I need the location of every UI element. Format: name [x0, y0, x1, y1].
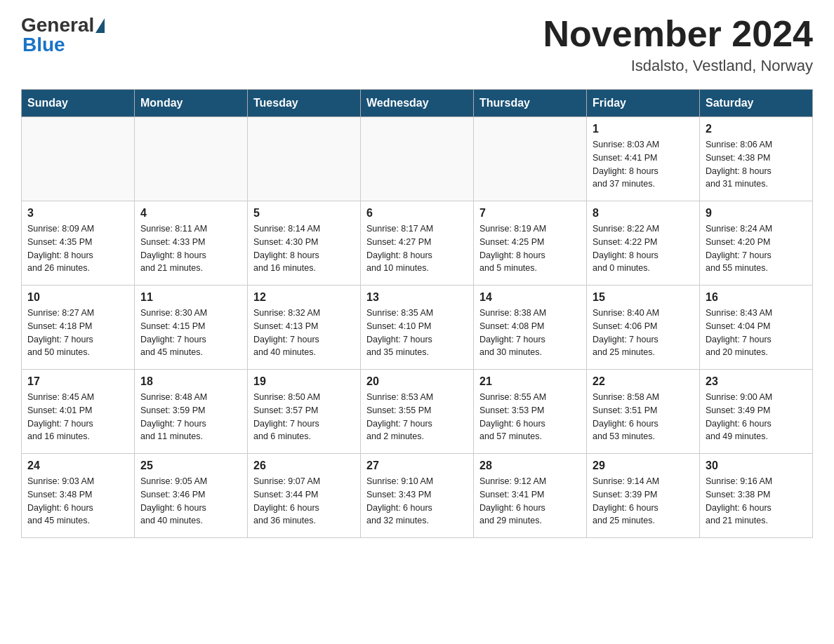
calendar-cell — [248, 117, 361, 201]
calendar-cell — [474, 117, 587, 201]
weekday-header-row: Sunday Monday Tuesday Wednesday Thursday… — [22, 90, 813, 117]
day-number: 2 — [706, 123, 807, 135]
day-number: 26 — [253, 459, 355, 472]
day-info: Sunrise: 9:00 AMSunset: 3:49 PMDaylight:… — [706, 391, 807, 443]
day-number: 7 — [479, 207, 581, 220]
calendar-cell: 7Sunrise: 8:19 AMSunset: 4:25 PMDaylight… — [474, 201, 587, 286]
day-number: 4 — [140, 207, 241, 220]
logo-blue-text: Blue — [22, 34, 65, 56]
calendar-cell: 18Sunrise: 8:48 AMSunset: 3:59 PMDayligh… — [135, 370, 248, 454]
day-info: Sunrise: 8:38 AMSunset: 4:08 PMDaylight:… — [479, 307, 581, 359]
calendar-cell: 19Sunrise: 8:50 AMSunset: 3:57 PMDayligh… — [248, 370, 361, 454]
calendar-week-4: 17Sunrise: 8:45 AMSunset: 4:01 PMDayligh… — [22, 370, 813, 454]
day-number: 27 — [366, 459, 468, 472]
calendar-cell: 6Sunrise: 8:17 AMSunset: 4:27 PMDaylight… — [361, 201, 474, 286]
day-info: Sunrise: 8:17 AMSunset: 4:27 PMDaylight:… — [366, 222, 468, 275]
day-number: 11 — [140, 291, 241, 304]
day-number: 16 — [706, 291, 807, 304]
day-number: 18 — [140, 375, 241, 388]
calendar-cell: 21Sunrise: 8:55 AMSunset: 3:53 PMDayligh… — [474, 370, 587, 454]
day-info: Sunrise: 8:43 AMSunset: 4:04 PMDaylight:… — [706, 307, 807, 359]
day-number: 8 — [593, 207, 694, 220]
page-header: General Blue November 2024 Isdalsto, Ves… — [21, 14, 813, 75]
logo-triangle-icon — [95, 18, 105, 33]
calendar-cell: 12Sunrise: 8:32 AMSunset: 4:13 PMDayligh… — [248, 286, 361, 370]
day-number: 22 — [593, 375, 694, 388]
calendar-cell: 28Sunrise: 9:12 AMSunset: 3:41 PMDayligh… — [474, 454, 587, 538]
day-info: Sunrise: 8:09 AMSunset: 4:35 PMDaylight:… — [27, 222, 128, 275]
header-thursday: Thursday — [474, 90, 587, 117]
calendar-cell: 1Sunrise: 8:03 AMSunset: 4:41 PMDaylight… — [587, 117, 700, 201]
calendar-cell: 27Sunrise: 9:10 AMSunset: 3:43 PMDayligh… — [361, 454, 474, 538]
day-info: Sunrise: 9:07 AMSunset: 3:44 PMDaylight:… — [253, 475, 355, 528]
calendar-cell: 24Sunrise: 9:03 AMSunset: 3:48 PMDayligh… — [22, 454, 135, 538]
day-number: 28 — [479, 459, 581, 472]
day-info: Sunrise: 8:22 AMSunset: 4:22 PMDaylight:… — [593, 222, 694, 275]
day-info: Sunrise: 9:05 AMSunset: 3:46 PMDaylight:… — [140, 475, 241, 528]
day-number: 30 — [706, 459, 807, 472]
day-info: Sunrise: 8:24 AMSunset: 4:20 PMDaylight:… — [706, 222, 807, 275]
day-info: Sunrise: 9:16 AMSunset: 3:38 PMDaylight:… — [706, 475, 807, 528]
day-number: 29 — [593, 459, 694, 472]
calendar-cell: 20Sunrise: 8:53 AMSunset: 3:55 PMDayligh… — [361, 370, 474, 454]
calendar-cell: 25Sunrise: 9:05 AMSunset: 3:46 PMDayligh… — [135, 454, 248, 538]
calendar-cell: 8Sunrise: 8:22 AMSunset: 4:22 PMDaylight… — [587, 201, 700, 286]
day-info: Sunrise: 8:06 AMSunset: 4:38 PMDaylight:… — [706, 138, 807, 191]
calendar-week-3: 10Sunrise: 8:27 AMSunset: 4:18 PMDayligh… — [22, 286, 813, 370]
day-info: Sunrise: 9:10 AMSunset: 3:43 PMDaylight:… — [366, 475, 468, 528]
day-number: 15 — [593, 291, 694, 304]
day-info: Sunrise: 8:53 AMSunset: 3:55 PMDaylight:… — [366, 391, 468, 443]
day-number: 21 — [479, 375, 581, 388]
day-info: Sunrise: 9:03 AMSunset: 3:48 PMDaylight:… — [27, 475, 128, 528]
title-block: November 2024 Isdalsto, Vestland, Norway — [543, 14, 813, 75]
calendar-cell: 22Sunrise: 8:58 AMSunset: 3:51 PMDayligh… — [587, 370, 700, 454]
day-number: 1 — [593, 123, 694, 135]
day-number: 19 — [253, 375, 355, 388]
day-number: 10 — [27, 291, 128, 304]
day-info: Sunrise: 8:55 AMSunset: 3:53 PMDaylight:… — [479, 391, 581, 443]
day-number: 25 — [140, 459, 241, 472]
day-info: Sunrise: 8:50 AMSunset: 3:57 PMDaylight:… — [253, 391, 355, 443]
day-info: Sunrise: 8:03 AMSunset: 4:41 PMDaylight:… — [593, 138, 694, 191]
day-info: Sunrise: 9:14 AMSunset: 3:39 PMDaylight:… — [593, 475, 694, 528]
day-info: Sunrise: 8:32 AMSunset: 4:13 PMDaylight:… — [253, 307, 355, 359]
header-sunday: Sunday — [22, 90, 135, 117]
calendar-title: November 2024 — [543, 14, 813, 54]
day-info: Sunrise: 8:45 AMSunset: 4:01 PMDaylight:… — [27, 391, 128, 443]
calendar-cell — [135, 117, 248, 201]
calendar-cell: 13Sunrise: 8:35 AMSunset: 4:10 PMDayligh… — [361, 286, 474, 370]
calendar-cell: 15Sunrise: 8:40 AMSunset: 4:06 PMDayligh… — [587, 286, 700, 370]
day-number: 13 — [366, 291, 468, 304]
calendar-cell: 11Sunrise: 8:30 AMSunset: 4:15 PMDayligh… — [135, 286, 248, 370]
calendar-cell: 29Sunrise: 9:14 AMSunset: 3:39 PMDayligh… — [587, 454, 700, 538]
day-info: Sunrise: 8:48 AMSunset: 3:59 PMDaylight:… — [140, 391, 241, 443]
day-number: 6 — [366, 207, 468, 220]
calendar-cell: 9Sunrise: 8:24 AMSunset: 4:20 PMDaylight… — [700, 201, 813, 286]
day-info: Sunrise: 8:58 AMSunset: 3:51 PMDaylight:… — [593, 391, 694, 443]
header-tuesday: Tuesday — [248, 90, 361, 117]
calendar-week-2: 3Sunrise: 8:09 AMSunset: 4:35 PMDaylight… — [22, 201, 813, 286]
calendar-cell: 14Sunrise: 8:38 AMSunset: 4:08 PMDayligh… — [474, 286, 587, 370]
calendar-cell: 23Sunrise: 9:00 AMSunset: 3:49 PMDayligh… — [700, 370, 813, 454]
calendar-cell: 30Sunrise: 9:16 AMSunset: 3:38 PMDayligh… — [700, 454, 813, 538]
day-number: 23 — [706, 375, 807, 388]
day-info: Sunrise: 9:12 AMSunset: 3:41 PMDaylight:… — [479, 475, 581, 528]
calendar-cell — [361, 117, 474, 201]
day-info: Sunrise: 8:35 AMSunset: 4:10 PMDaylight:… — [366, 307, 468, 359]
day-info: Sunrise: 8:11 AMSunset: 4:33 PMDaylight:… — [140, 222, 241, 275]
calendar-week-1: 1Sunrise: 8:03 AMSunset: 4:41 PMDaylight… — [22, 117, 813, 201]
day-number: 3 — [27, 207, 128, 220]
calendar-cell: 26Sunrise: 9:07 AMSunset: 3:44 PMDayligh… — [248, 454, 361, 538]
day-number: 9 — [706, 207, 807, 220]
header-saturday: Saturday — [700, 90, 813, 117]
logo: General Blue — [21, 14, 105, 56]
calendar-table: Sunday Monday Tuesday Wednesday Thursday… — [21, 89, 813, 538]
calendar-cell: 16Sunrise: 8:43 AMSunset: 4:04 PMDayligh… — [700, 286, 813, 370]
calendar-subtitle: Isdalsto, Vestland, Norway — [543, 57, 813, 75]
calendar-cell: 10Sunrise: 8:27 AMSunset: 4:18 PMDayligh… — [22, 286, 135, 370]
calendar-cell: 2Sunrise: 8:06 AMSunset: 4:38 PMDaylight… — [700, 117, 813, 201]
day-info: Sunrise: 8:14 AMSunset: 4:30 PMDaylight:… — [253, 222, 355, 275]
calendar-week-5: 24Sunrise: 9:03 AMSunset: 3:48 PMDayligh… — [22, 454, 813, 538]
day-number: 12 — [253, 291, 355, 304]
header-friday: Friday — [587, 90, 700, 117]
